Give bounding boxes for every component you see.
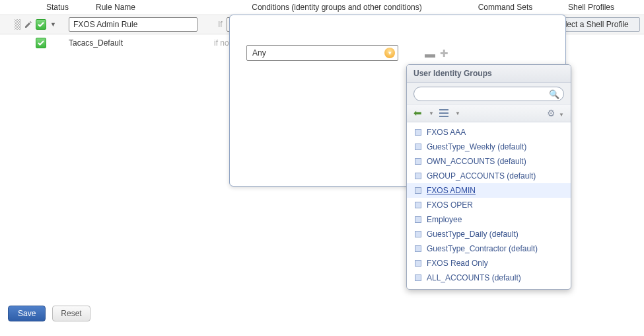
identity-group-item[interactable]: GROUP_ACCOUNTS (default) — [407, 169, 571, 183]
identity-groups-popup: User Identity Groups 🔍 ⬅ ▼ ▼ ⚙ ▼ FXOS AA… — [406, 64, 571, 290]
dropdown-icon[interactable]: ▾ — [384, 48, 395, 58]
group-icon — [415, 231, 421, 237]
identity-group-label: GuestType_Weekly (default) — [427, 142, 526, 151]
list-view-icon[interactable] — [439, 109, 448, 117]
group-icon — [415, 260, 421, 267]
reset-button[interactable]: Reset — [52, 306, 90, 321]
edit-icon[interactable] — [24, 20, 33, 29]
status-dropdown-icon[interactable]: ▼ — [50, 21, 56, 28]
identity-group-label: GuestType_Contractor (default) — [427, 244, 538, 253]
popup-title: User Identity Groups — [407, 65, 571, 83]
identity-group-item[interactable]: FXOS Read Only — [407, 256, 571, 271]
identity-group-item[interactable]: ALL_ACCOUNTS (default) — [407, 271, 571, 285]
hdr-status: Status — [13, 3, 79, 12]
hdr-rule-name: Rule Name — [79, 3, 225, 12]
identity-group-item[interactable]: FXOS ADMIN — [407, 183, 571, 198]
save-button[interactable]: Save — [8, 306, 46, 321]
identity-group-item[interactable]: FXOS OPER — [407, 198, 571, 212]
group-icon — [415, 216, 421, 223]
remove-condition-icon[interactable]: ▬ — [425, 48, 435, 60]
hdr-cmdsets: Command Sets — [449, 3, 561, 12]
identity-group-label: OWN_ACCOUNTS (default) — [427, 157, 526, 166]
identity-group-label: GuestType_Daily (default) — [427, 230, 519, 239]
group-icon — [415, 274, 421, 281]
identity-group-item[interactable]: GuestType_Weekly (default) — [407, 140, 571, 154]
identity-group-dropdown[interactable]: Any ▾ — [246, 45, 398, 61]
identity-groups-list: FXOS AAAGuestType_Weekly (default)OWN_AC… — [407, 122, 571, 289]
rule-name-input[interactable]: FXOS Admin Rule — [69, 17, 197, 32]
status-enabled-icon[interactable] — [36, 19, 46, 30]
group-icon — [415, 144, 421, 150]
identity-group-label: FXOS OPER — [427, 200, 473, 210]
group-icon — [415, 187, 421, 194]
gear-dropdown-icon[interactable]: ▼ — [559, 112, 564, 118]
identity-group-item[interactable]: Employee — [407, 212, 571, 227]
back-dropdown-icon[interactable]: ▼ — [429, 110, 434, 116]
status-enabled-icon — [36, 38, 46, 48]
identity-group-label: GROUP_ACCOUNTS (default) — [427, 171, 536, 181]
identity-group-item[interactable]: GuestType_Daily (default) — [407, 227, 571, 241]
group-icon — [415, 158, 421, 165]
gear-icon[interactable]: ⚙ — [547, 108, 555, 118]
identity-group-label: FXOS Read Only — [427, 259, 488, 268]
group-icon — [415, 245, 421, 252]
hdr-conditions: Conditions (identity groups and other co… — [225, 3, 449, 12]
identity-group-item[interactable]: FXOS AAA — [407, 125, 571, 140]
table-header: Status Rule Name Conditions (identity gr… — [0, 0, 644, 15]
identity-group-item[interactable]: OWN_ACCOUNTS (default) — [407, 154, 571, 169]
search-icon[interactable]: 🔍 — [549, 89, 559, 99]
identity-group-label: ALL_ACCOUNTS (default) — [427, 273, 521, 282]
identity-group-label: FXOS ADMIN — [427, 186, 476, 195]
identity-group-label: FXOS AAA — [427, 128, 466, 137]
default-rule-name: Tacacs_Default — [69, 38, 123, 48]
back-icon[interactable]: ⬅ — [413, 107, 422, 119]
group-icon — [415, 202, 421, 208]
bottom-bar: Save Reset — [8, 306, 90, 321]
if-label: If — [214, 20, 227, 29]
hdr-profiles: Shell Profiles — [561, 3, 644, 12]
popup-toolbar: ⬅ ▼ ▼ ⚙ ▼ — [407, 105, 571, 122]
popup-search-row: 🔍 — [407, 83, 571, 105]
group-icon — [415, 173, 421, 179]
group-icon — [415, 129, 421, 136]
list-view-dropdown-icon[interactable]: ▼ — [455, 110, 460, 116]
add-condition-icon[interactable]: ✚ — [440, 48, 448, 60]
identity-group-item[interactable]: GuestType_Contractor (default) — [407, 241, 571, 256]
drag-handle-icon[interactable] — [15, 19, 21, 30]
identity-group-label: Employee — [427, 215, 462, 224]
search-input[interactable]: 🔍 — [413, 87, 564, 101]
